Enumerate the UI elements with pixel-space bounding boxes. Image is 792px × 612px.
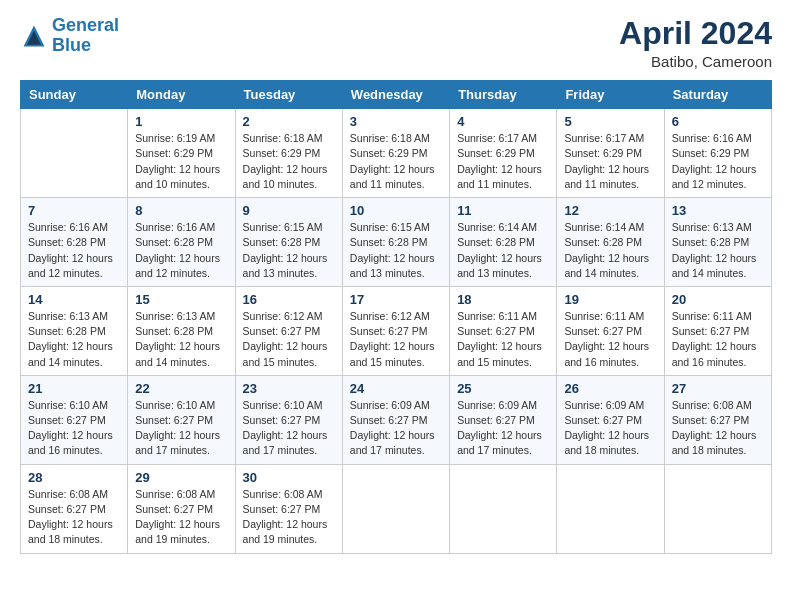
- table-row: [664, 464, 771, 553]
- title-block: April 2024 Batibo, Cameroon: [619, 16, 772, 70]
- day-info: Sunrise: 6:19 AMSunset: 6:29 PMDaylight:…: [135, 131, 227, 192]
- table-row: 22Sunrise: 6:10 AMSunset: 6:27 PMDayligh…: [128, 375, 235, 464]
- col-wednesday: Wednesday: [342, 81, 449, 109]
- table-row: 15Sunrise: 6:13 AMSunset: 6:28 PMDayligh…: [128, 286, 235, 375]
- day-number: 5: [564, 114, 656, 129]
- day-info: Sunrise: 6:16 AMSunset: 6:29 PMDaylight:…: [672, 131, 764, 192]
- day-info: Sunrise: 6:18 AMSunset: 6:29 PMDaylight:…: [243, 131, 335, 192]
- day-info: Sunrise: 6:11 AMSunset: 6:27 PMDaylight:…: [457, 309, 549, 370]
- table-row: 11Sunrise: 6:14 AMSunset: 6:28 PMDayligh…: [450, 198, 557, 287]
- day-info: Sunrise: 6:18 AMSunset: 6:29 PMDaylight:…: [350, 131, 442, 192]
- day-number: 27: [672, 381, 764, 396]
- day-info: Sunrise: 6:11 AMSunset: 6:27 PMDaylight:…: [564, 309, 656, 370]
- day-number: 26: [564, 381, 656, 396]
- table-row: 14Sunrise: 6:13 AMSunset: 6:28 PMDayligh…: [21, 286, 128, 375]
- table-row: [557, 464, 664, 553]
- table-row: 27Sunrise: 6:08 AMSunset: 6:27 PMDayligh…: [664, 375, 771, 464]
- header: General Blue April 2024 Batibo, Cameroon: [20, 16, 772, 70]
- col-sunday: Sunday: [21, 81, 128, 109]
- calendar-body: 1Sunrise: 6:19 AMSunset: 6:29 PMDaylight…: [21, 109, 772, 553]
- day-number: 8: [135, 203, 227, 218]
- table-row: 23Sunrise: 6:10 AMSunset: 6:27 PMDayligh…: [235, 375, 342, 464]
- table-row: 4Sunrise: 6:17 AMSunset: 6:29 PMDaylight…: [450, 109, 557, 198]
- day-info: Sunrise: 6:13 AMSunset: 6:28 PMDaylight:…: [135, 309, 227, 370]
- day-number: 23: [243, 381, 335, 396]
- day-info: Sunrise: 6:15 AMSunset: 6:28 PMDaylight:…: [243, 220, 335, 281]
- table-row: 13Sunrise: 6:13 AMSunset: 6:28 PMDayligh…: [664, 198, 771, 287]
- day-number: 2: [243, 114, 335, 129]
- day-number: 11: [457, 203, 549, 218]
- day-info: Sunrise: 6:10 AMSunset: 6:27 PMDaylight:…: [135, 398, 227, 459]
- table-row: 10Sunrise: 6:15 AMSunset: 6:28 PMDayligh…: [342, 198, 449, 287]
- day-number: 14: [28, 292, 120, 307]
- table-row: 30Sunrise: 6:08 AMSunset: 6:27 PMDayligh…: [235, 464, 342, 553]
- table-row: 7Sunrise: 6:16 AMSunset: 6:28 PMDaylight…: [21, 198, 128, 287]
- table-row: 25Sunrise: 6:09 AMSunset: 6:27 PMDayligh…: [450, 375, 557, 464]
- day-info: Sunrise: 6:13 AMSunset: 6:28 PMDaylight:…: [672, 220, 764, 281]
- day-number: 19: [564, 292, 656, 307]
- day-number: 9: [243, 203, 335, 218]
- day-info: Sunrise: 6:08 AMSunset: 6:27 PMDaylight:…: [135, 487, 227, 548]
- day-number: 21: [28, 381, 120, 396]
- month-title: April 2024: [619, 16, 772, 51]
- day-info: Sunrise: 6:15 AMSunset: 6:28 PMDaylight:…: [350, 220, 442, 281]
- table-row: [450, 464, 557, 553]
- day-info: Sunrise: 6:13 AMSunset: 6:28 PMDaylight:…: [28, 309, 120, 370]
- day-number: 18: [457, 292, 549, 307]
- table-row: 1Sunrise: 6:19 AMSunset: 6:29 PMDaylight…: [128, 109, 235, 198]
- table-row: 8Sunrise: 6:16 AMSunset: 6:28 PMDaylight…: [128, 198, 235, 287]
- table-row: 26Sunrise: 6:09 AMSunset: 6:27 PMDayligh…: [557, 375, 664, 464]
- day-info: Sunrise: 6:09 AMSunset: 6:27 PMDaylight:…: [457, 398, 549, 459]
- table-row: 3Sunrise: 6:18 AMSunset: 6:29 PMDaylight…: [342, 109, 449, 198]
- table-row: 19Sunrise: 6:11 AMSunset: 6:27 PMDayligh…: [557, 286, 664, 375]
- day-info: Sunrise: 6:09 AMSunset: 6:27 PMDaylight:…: [350, 398, 442, 459]
- day-number: 10: [350, 203, 442, 218]
- day-info: Sunrise: 6:08 AMSunset: 6:27 PMDaylight:…: [28, 487, 120, 548]
- day-number: 1: [135, 114, 227, 129]
- table-row: 17Sunrise: 6:12 AMSunset: 6:27 PMDayligh…: [342, 286, 449, 375]
- day-info: Sunrise: 6:09 AMSunset: 6:27 PMDaylight:…: [564, 398, 656, 459]
- day-number: 15: [135, 292, 227, 307]
- table-row: 29Sunrise: 6:08 AMSunset: 6:27 PMDayligh…: [128, 464, 235, 553]
- day-info: Sunrise: 6:11 AMSunset: 6:27 PMDaylight:…: [672, 309, 764, 370]
- table-row: 16Sunrise: 6:12 AMSunset: 6:27 PMDayligh…: [235, 286, 342, 375]
- day-number: 29: [135, 470, 227, 485]
- day-number: 20: [672, 292, 764, 307]
- day-number: 13: [672, 203, 764, 218]
- day-number: 4: [457, 114, 549, 129]
- day-info: Sunrise: 6:08 AMSunset: 6:27 PMDaylight:…: [243, 487, 335, 548]
- day-number: 6: [672, 114, 764, 129]
- col-saturday: Saturday: [664, 81, 771, 109]
- col-friday: Friday: [557, 81, 664, 109]
- day-info: Sunrise: 6:16 AMSunset: 6:28 PMDaylight:…: [28, 220, 120, 281]
- day-info: Sunrise: 6:14 AMSunset: 6:28 PMDaylight:…: [457, 220, 549, 281]
- calendar-table: Sunday Monday Tuesday Wednesday Thursday…: [20, 80, 772, 553]
- day-info: Sunrise: 6:12 AMSunset: 6:27 PMDaylight:…: [350, 309, 442, 370]
- logo: General Blue: [20, 16, 119, 56]
- day-info: Sunrise: 6:08 AMSunset: 6:27 PMDaylight:…: [672, 398, 764, 459]
- day-info: Sunrise: 6:16 AMSunset: 6:28 PMDaylight:…: [135, 220, 227, 281]
- table-row: [21, 109, 128, 198]
- table-row: 2Sunrise: 6:18 AMSunset: 6:29 PMDaylight…: [235, 109, 342, 198]
- table-row: 5Sunrise: 6:17 AMSunset: 6:29 PMDaylight…: [557, 109, 664, 198]
- day-info: Sunrise: 6:10 AMSunset: 6:27 PMDaylight:…: [28, 398, 120, 459]
- day-number: 16: [243, 292, 335, 307]
- logo-text: General Blue: [52, 16, 119, 56]
- table-row: 12Sunrise: 6:14 AMSunset: 6:28 PMDayligh…: [557, 198, 664, 287]
- day-number: 12: [564, 203, 656, 218]
- table-row: 6Sunrise: 6:16 AMSunset: 6:29 PMDaylight…: [664, 109, 771, 198]
- table-row: [342, 464, 449, 553]
- day-number: 24: [350, 381, 442, 396]
- col-thursday: Thursday: [450, 81, 557, 109]
- day-number: 7: [28, 203, 120, 218]
- table-row: 28Sunrise: 6:08 AMSunset: 6:27 PMDayligh…: [21, 464, 128, 553]
- day-number: 17: [350, 292, 442, 307]
- table-row: 24Sunrise: 6:09 AMSunset: 6:27 PMDayligh…: [342, 375, 449, 464]
- day-number: 30: [243, 470, 335, 485]
- day-number: 22: [135, 381, 227, 396]
- location-subtitle: Batibo, Cameroon: [619, 53, 772, 70]
- page: General Blue April 2024 Batibo, Cameroon…: [0, 0, 792, 612]
- table-row: 20Sunrise: 6:11 AMSunset: 6:27 PMDayligh…: [664, 286, 771, 375]
- day-info: Sunrise: 6:17 AMSunset: 6:29 PMDaylight:…: [457, 131, 549, 192]
- day-info: Sunrise: 6:10 AMSunset: 6:27 PMDaylight:…: [243, 398, 335, 459]
